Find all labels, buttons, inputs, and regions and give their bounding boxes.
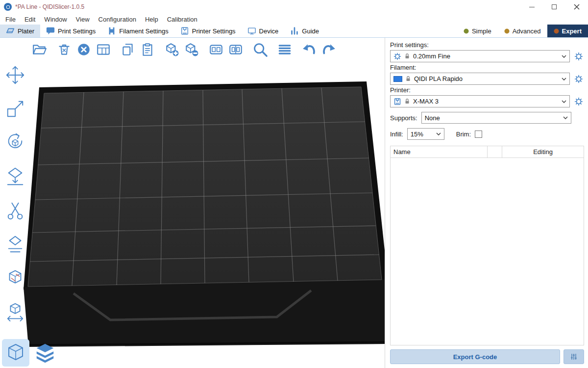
copy-button[interactable] (120, 41, 136, 58)
arrange-button[interactable] (95, 41, 112, 58)
paint-support-tool-button[interactable] (1, 233, 29, 256)
tab-printer-settings[interactable]: Printer Settings (174, 25, 242, 37)
redo-icon (321, 42, 336, 57)
advanced-mode-dot (504, 28, 510, 34)
tab-label: Print Settings (58, 27, 96, 35)
mode-expert[interactable]: Expert (547, 25, 588, 37)
seam-icon (5, 268, 25, 289)
variable-layer-height-button[interactable] (276, 41, 293, 58)
menu-view[interactable]: View (72, 16, 94, 23)
tab-label: Device (259, 27, 279, 35)
infill-label: Infill: (390, 131, 403, 138)
rotate-tool-button[interactable] (1, 131, 29, 155)
cut-tool-button[interactable] (1, 199, 29, 222)
undo-button[interactable] (301, 41, 318, 58)
scale-icon (5, 99, 25, 119)
column-editing: Editing (502, 148, 584, 156)
chevron-down-icon (436, 132, 441, 135)
guide-icon (290, 26, 299, 35)
printer-label: Printer: (390, 86, 584, 94)
paste-button[interactable] (139, 41, 156, 58)
app-icon (4, 3, 12, 11)
left-toolbar (1, 63, 29, 324)
device-icon (247, 26, 256, 35)
object-list[interactable]: Name Editing (390, 146, 584, 345)
export-options-button[interactable] (564, 349, 584, 364)
seam-tool-button[interactable] (1, 266, 29, 290)
search-button[interactable] (252, 41, 269, 58)
copy-icon (121, 42, 135, 57)
trash-icon (57, 42, 72, 57)
menu-calibration[interactable]: Calibration (163, 16, 202, 23)
menu-file[interactable]: File (1, 16, 20, 23)
delete-button[interactable] (56, 41, 73, 58)
object-list-body[interactable] (391, 158, 584, 345)
tab-plater[interactable]: Plater (0, 25, 40, 37)
tab-guide[interactable]: Guide (284, 25, 325, 37)
move-icon (5, 65, 25, 85)
editor-view-toggle[interactable] (2, 339, 29, 367)
minimize-icon (529, 7, 535, 7)
split-parts-icon (228, 42, 243, 57)
scale-tool-button[interactable] (1, 97, 29, 121)
cut-icon (5, 200, 25, 221)
search-icon (252, 42, 268, 57)
menu-window[interactable]: Window (40, 16, 71, 23)
tab-device[interactable]: Device (242, 25, 285, 37)
infill-select[interactable]: 15% (407, 128, 444, 140)
paste-icon (140, 42, 155, 57)
rotate-icon (5, 132, 25, 153)
preview-toggle[interactable] (31, 339, 59, 367)
import-button[interactable] (31, 41, 48, 58)
export-gcode-button[interactable]: Export G-code (390, 349, 560, 364)
close-icon (574, 4, 580, 10)
export-options-icon (570, 353, 578, 361)
split-parts-button[interactable] (227, 41, 244, 58)
printer-icon (393, 98, 401, 105)
redo-button[interactable] (320, 41, 337, 58)
place-on-face-tool-button[interactable] (1, 165, 29, 188)
titlebar: *PA Line - QIDISlicer-1.0.5 (0, 0, 588, 14)
paint-support-icon (5, 234, 25, 255)
filament-gear-button[interactable] (573, 74, 584, 84)
minimize-button[interactable] (520, 0, 543, 14)
printer-select[interactable]: X-MAX 3 (390, 95, 570, 107)
menu-help[interactable]: Help (141, 16, 163, 23)
3d-viewport[interactable] (0, 38, 385, 368)
mode-simple[interactable]: Simple (457, 25, 498, 37)
lock-icon (404, 53, 411, 60)
measure-tool-button[interactable] (1, 300, 29, 324)
menu-configuration[interactable]: Configuration (94, 16, 141, 23)
brim-label: Brim: (456, 131, 471, 138)
add-instance-button[interactable] (164, 41, 180, 58)
filament-settings-icon (107, 26, 116, 35)
filament-select[interactable]: QIDI PLA Rapido (390, 73, 570, 85)
chevron-down-icon (562, 55, 566, 58)
tab-filament-settings[interactable]: Filament Settings (101, 25, 174, 37)
maximize-button[interactable] (543, 0, 565, 14)
mode-label: Advanced (513, 27, 541, 35)
chevron-down-icon (562, 100, 566, 103)
brim-checkbox[interactable] (475, 131, 482, 138)
delete-all-button[interactable] (75, 41, 92, 58)
print-settings-icon (46, 26, 55, 35)
mode-label: Expert (562, 27, 582, 35)
remove-instance-button[interactable] (183, 41, 200, 58)
mode-selector: Simple Advanced Expert (457, 25, 588, 37)
mode-advanced[interactable]: Advanced (498, 25, 547, 37)
print-settings-select[interactable]: 0.20mm Fine (390, 50, 570, 62)
print-settings-gear-button[interactable] (573, 51, 584, 62)
supports-select[interactable]: None (421, 112, 571, 124)
printer-gear-button[interactable] (573, 96, 584, 107)
tab-print-settings[interactable]: Print Settings (40, 25, 101, 37)
menu-edit[interactable]: Edit (20, 16, 40, 23)
gear-icon (393, 53, 401, 60)
close-button[interactable] (565, 0, 588, 14)
split-objects-button[interactable] (208, 41, 224, 58)
window-controls (520, 0, 588, 14)
tab-label: Filament Settings (119, 27, 168, 35)
view-toggles (2, 339, 59, 367)
move-tool-button[interactable] (1, 63, 29, 87)
chevron-down-icon (563, 116, 568, 119)
measure-icon (5, 302, 25, 322)
